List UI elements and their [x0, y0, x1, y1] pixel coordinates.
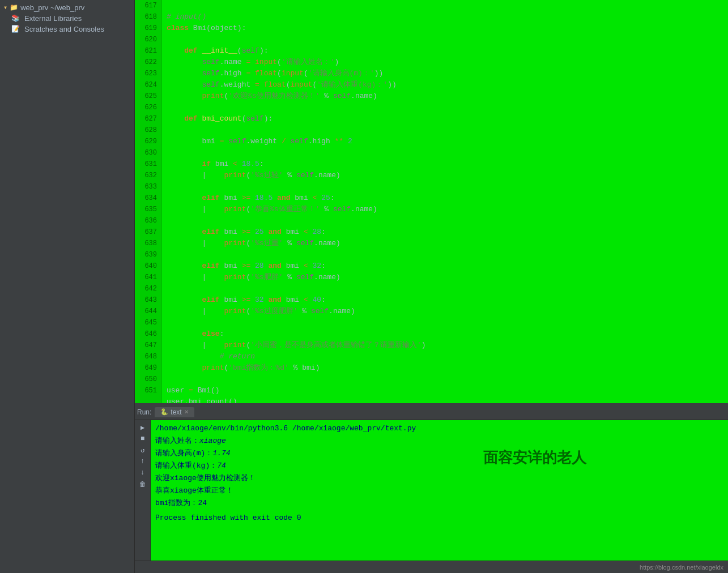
tree-item-scratches[interactable]: 📝 Scratches and Consoles	[0, 24, 134, 35]
code-content[interactable]: # input() class Bmi(object): def __init_…	[162, 0, 728, 403]
input-weight: 74	[217, 461, 226, 470]
python-cmd: /home/xiaoge/env/bin/python3.6 /home/xia…	[155, 422, 723, 435]
run-label: Run:	[137, 408, 151, 416]
code-editor: 617 618 619 620 621 622 623 624 625 626 …	[135, 0, 728, 403]
input-name: xiaoge	[199, 437, 226, 445]
console-toolbar: ▶ ■ ↺ ↑ ↓ 🗑	[135, 420, 151, 561]
project-folder-icon: 📁	[10, 3, 18, 12]
library-icon: 📚	[11, 14, 20, 23]
console-output[interactable]: /home/xiaoge/env/bin/python3.6 /home/xia…	[151, 420, 728, 561]
run-tab-text[interactable]: 🐍 text ✕	[155, 407, 194, 417]
down-button[interactable]: ↓	[138, 468, 148, 478]
project-title: web_prv ~/web_prv	[20, 3, 84, 12]
line-numbers: 617 618 619 620 621 622 623 624 625 626 …	[135, 0, 162, 403]
libraries-label: External Libraries	[24, 14, 82, 23]
project-tree: ▾ 📁 web_prv ~/web_prv 📚 External Librari…	[0, 0, 135, 573]
console-line-2: 请输入身高(m)：1.74	[155, 447, 723, 460]
watermark: 面容安详的老人	[483, 451, 586, 464]
run-tab-label: text	[171, 408, 181, 416]
console-line-5: 恭喜xiaoge体重正常！	[155, 485, 723, 497]
status-link[interactable]: https://blog.csdn.net/xiaogeldx	[640, 564, 723, 571]
input-height: 1.74	[212, 449, 230, 457]
scratch-icon: 📝	[11, 25, 20, 33]
tree-item-libraries[interactable]: 📚 External Libraries	[0, 13, 134, 24]
run-tab-bar: Run: 🐍 text ✕	[135, 404, 728, 420]
clear-button[interactable]: 🗑	[138, 479, 148, 489]
bottom-panel: Run: 🐍 text ✕ ▶ ■ ↺ ↑ ↓ 🗑	[135, 403, 728, 573]
process-finished: Process finished with exit code 0	[155, 512, 723, 524]
up-button[interactable]: ↑	[138, 456, 148, 467]
run-button[interactable]: ▶	[138, 422, 148, 433]
run-tab-close[interactable]: ✕	[184, 409, 189, 415]
console-line-4: 欢迎xiaoge使用魅力检测器！	[155, 472, 723, 485]
scratches-label: Scratches and Consoles	[24, 25, 104, 33]
console-line-1: 请输入姓名：xiaoge	[155, 435, 723, 447]
rerun-button[interactable]: ↺	[138, 445, 148, 455]
folder-icon: ▾	[3, 3, 7, 12]
stop-button[interactable]: ■	[138, 434, 148, 444]
console-line-3: 请输入体重(kg)：74	[155, 460, 723, 472]
console-line-6: bmi指数为：24	[155, 497, 723, 510]
tree-item-project[interactable]: ▾ 📁 web_prv ~/web_prv	[0, 2, 134, 13]
console-row: ▶ ■ ↺ ↑ ↓ 🗑 /home/xiaoge/env/bin/python3…	[135, 420, 728, 561]
status-bar: https://blog.csdn.net/xiaogeldx	[135, 561, 728, 573]
